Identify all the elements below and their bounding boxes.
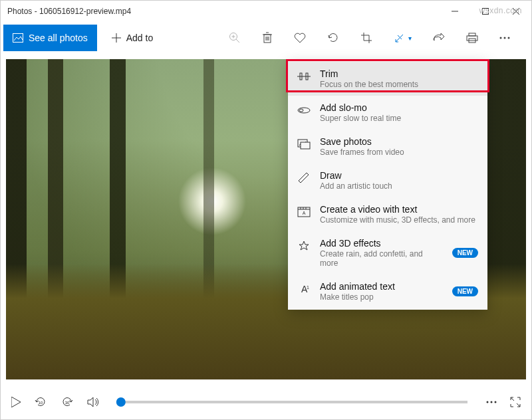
menu-item-draw[interactable]: Draw Add an artistic touch (288, 163, 487, 197)
edit-create-button[interactable]: ▾ (394, 32, 412, 44)
menu-item-3d-effects[interactable]: Add 3D effects Create rain, add confetti… (288, 231, 487, 274)
titlebar: Photos - 1060516912-preview.mp4 (1, 1, 531, 22)
new-badge: NEW (452, 248, 478, 258)
svg-text:1: 1 (307, 285, 309, 290)
svg-point-31 (298, 108, 310, 113)
zoom-icon[interactable] (229, 32, 241, 44)
svg-line-50 (511, 397, 514, 401)
plus-icon (112, 33, 121, 43)
menu-title: Create a video with text (320, 204, 478, 215)
svg-point-48 (491, 401, 493, 403)
menu-title: Add 3D effects (320, 238, 443, 249)
delete-icon[interactable] (262, 32, 273, 44)
video-text-icon: A (297, 205, 311, 219)
trim-icon (297, 70, 311, 83)
svg-line-21 (398, 35, 402, 39)
add-to-button[interactable]: Add to (102, 25, 162, 51)
skip-forward-30-button[interactable]: 30 (61, 395, 74, 409)
menu-title: Add slo-mo (320, 102, 478, 113)
svg-text:A: A (303, 211, 306, 215)
svg-point-26 (504, 37, 506, 39)
slomo-icon (297, 104, 311, 117)
watermark: wsxdn.com (479, 6, 522, 15)
more-icon[interactable] (499, 37, 510, 39)
svg-marker-43 (11, 397, 21, 407)
player-bar: 10 30 (1, 385, 531, 419)
animated-text-icon: A1 (297, 282, 311, 296)
svg-marker-46 (88, 397, 93, 407)
svg-rect-34 (301, 142, 310, 149)
svg-point-47 (487, 401, 489, 403)
menu-sub: Focus on the best moments (320, 80, 478, 89)
menu-item-save-photos[interactable]: Save photos Save frames from video (288, 130, 487, 163)
seek-bar[interactable] (119, 401, 467, 403)
rotate-icon[interactable] (327, 32, 339, 44)
menu-sub: Save frames from video (320, 148, 478, 157)
svg-point-49 (495, 401, 497, 403)
menu-title: Trim (320, 68, 478, 79)
toolbar-icons: ▾ (229, 32, 529, 44)
favorite-icon[interactable] (294, 33, 306, 43)
svg-text:30: 30 (65, 401, 70, 405)
crop-icon[interactable] (360, 32, 372, 44)
svg-text:10: 10 (39, 401, 43, 405)
svg-rect-22 (469, 33, 475, 36)
see-all-photos-label: See all photos (29, 33, 88, 43)
fullscreen-button[interactable] (510, 397, 521, 407)
svg-line-8 (236, 39, 239, 43)
print-icon[interactable] (466, 33, 478, 43)
menu-sub: Customize with music, 3D effects, and mo… (320, 215, 478, 225)
menu-sub: Make titles pop (320, 292, 443, 302)
see-all-photos-button[interactable]: See all photos (3, 25, 97, 51)
volume-button[interactable] (87, 397, 100, 407)
seek-thumb[interactable] (116, 397, 126, 407)
menu-title: Add animated text (320, 281, 443, 292)
photos-icon (13, 33, 23, 43)
share-icon[interactable] (433, 33, 445, 43)
menu-item-trim[interactable]: Trim Focus on the best moments (288, 62, 487, 96)
svg-line-51 (517, 403, 520, 407)
save-photos-icon (297, 138, 311, 151)
menu-title: Draw (320, 170, 478, 181)
menu-item-slomo[interactable]: Add slo-mo Super slow to real time (288, 96, 487, 130)
add-to-label: Add to (126, 33, 153, 43)
menu-sub: Add an artistic touch (320, 181, 478, 191)
effects-icon (297, 239, 311, 253)
player-more-button[interactable] (486, 401, 497, 403)
svg-point-32 (299, 109, 303, 112)
chevron-down-icon: ▾ (408, 35, 412, 42)
minimize-button[interactable] (440, 1, 470, 22)
toolbar: See all photos Add to ▾ (1, 22, 531, 54)
svg-point-25 (500, 37, 502, 39)
svg-point-27 (508, 37, 510, 39)
skip-back-10-button[interactable]: 10 (34, 395, 47, 409)
draw-icon (297, 171, 311, 185)
menu-item-animated-text[interactable]: A1 Add animated text Make titles pop NEW (288, 274, 487, 308)
menu-item-create-video[interactable]: A Create a video with text Customize wit… (288, 197, 487, 231)
new-badge: NEW (452, 286, 478, 296)
menu-sub: Super slow to real time (320, 114, 478, 123)
edit-create-menu: Trim Focus on the best moments Add slo-m… (288, 60, 487, 310)
menu-sub: Create rain, add confetti, and more (320, 249, 443, 268)
window-title: Photos - 1060516912-preview.mp4 (7, 7, 131, 16)
play-button[interactable] (11, 397, 21, 407)
menu-title: Save photos (320, 136, 478, 147)
